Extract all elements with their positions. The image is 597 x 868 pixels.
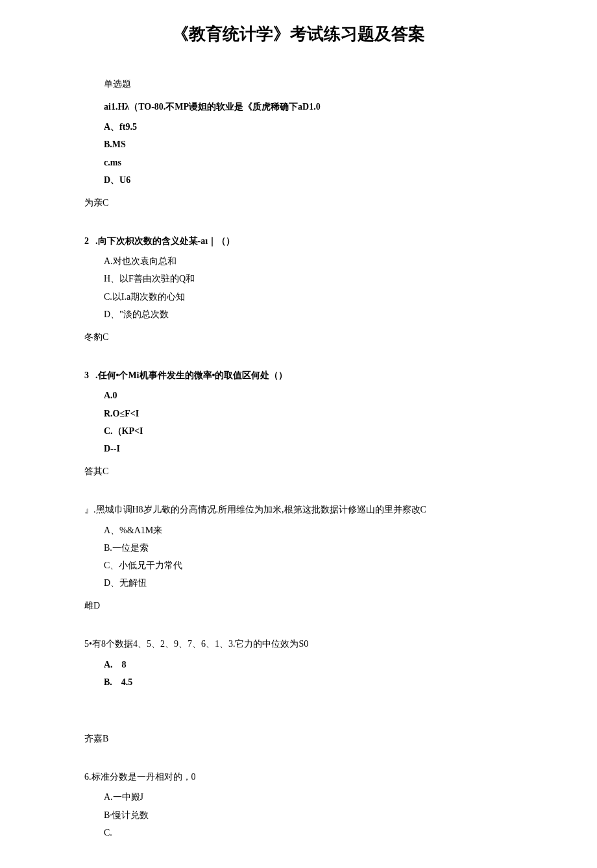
q3-option-d: D--I	[104, 440, 513, 457]
q3-option-c: C.（KP<I	[104, 423, 513, 439]
q2-stem: 2.向下次枳次数的含义处某-aı｜（）	[84, 233, 513, 249]
page-title: 《教育统计学》考试练习题及答案	[84, 19, 513, 50]
q4-answer: 雌D	[84, 597, 513, 614]
section-label: 单选题	[104, 76, 513, 92]
q1-option-b: B.MS	[104, 136, 513, 152]
q1-option-a: A、ft9.5	[104, 119, 513, 135]
q1-option-c: c.ms	[104, 154, 513, 171]
q2-number: 2	[84, 236, 89, 246]
q5-option-a: A. 8	[104, 657, 513, 673]
q6-option-a: A.一中殿J	[104, 789, 513, 805]
q3-number: 3	[84, 370, 89, 380]
q1-answer: 为亲C	[84, 195, 513, 211]
q4-option-a: A、%&A1M来	[104, 522, 513, 538]
q4-option-c: C、小低兄干力常代	[104, 557, 513, 573]
q5-answer: 齐嘉B	[84, 730, 513, 747]
q6-option-c: C.	[104, 825, 513, 841]
q2-answer: 冬豹C	[84, 329, 513, 345]
q4-option-b: B.一位是索	[104, 540, 513, 556]
q2-stem-text: .向下次枳次数的含义处某-aı｜（）	[95, 236, 235, 246]
q3-option-a: A.0	[104, 387, 513, 404]
q5-stem: 5•有8个数据4、5、2、9、7、6、1、3.它力的中位效为S0	[84, 636, 513, 652]
q2-option-c: C.以I.a期次数的心知	[104, 289, 513, 305]
q3-option-b: R.O≤F<I	[104, 405, 513, 422]
q3-answer: 答其C	[84, 463, 513, 479]
q3-stem: 3.任何•个Mi机事件发生的微率•的取值区何处（）	[84, 367, 513, 383]
q4-stem: 』.黑城巾调H8岁儿敬的分高情况.所用维位为加米,根第这批数据计修巡山的里并察改…	[84, 501, 513, 518]
q2-option-d: D、"淡的总次数	[104, 306, 513, 322]
q2-option-b: H、以F善由次驻的Q和	[104, 271, 513, 287]
q4-option-d: D、无解忸	[104, 575, 513, 591]
q3-stem-text: .任何•个Mi机事件发生的微率•的取值区何处（）	[95, 370, 287, 380]
q6-option-b: B·慢计兑数	[104, 807, 513, 823]
q1-option-d: D、U6	[104, 172, 513, 188]
q2-option-a: A.对也次袁向总和	[104, 253, 513, 269]
q5-option-b: B. 4.5	[104, 674, 513, 690]
q6-stem: 6.标准分数是一丹相对的，0	[84, 769, 513, 785]
q1-stem: ai1.Hλ（TO-80.不MP谩妲的软业是《质虎稀确下aD1.0	[104, 99, 513, 115]
